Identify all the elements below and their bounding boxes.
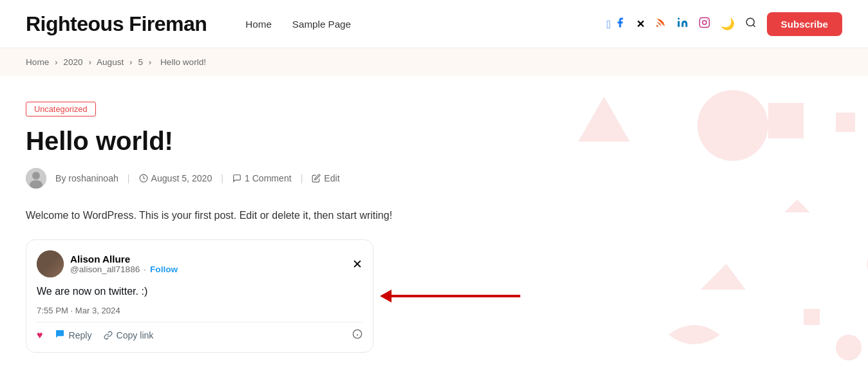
author-avatar	[26, 168, 46, 189]
heart-icon: ♥	[37, 330, 43, 341]
tweet-copy-link-button[interactable]: Copy link	[104, 330, 154, 340]
svg-point-4	[703, 21, 706, 24]
svg-point-6	[746, 18, 754, 26]
subscribe-button[interactable]: Subscribe	[767, 12, 842, 36]
breadcrumb-sep-1: ›	[55, 57, 58, 67]
main-content: Uncategorized Hello world! By roshaninoa…	[0, 76, 451, 378]
tweet-avatar	[37, 250, 64, 277]
breadcrumb-home[interactable]: Home	[26, 57, 49, 67]
breadcrumb: Home › 2020 › August › 5 › Hello world!	[0, 48, 868, 76]
tweet-reply-button[interactable]: Reply	[55, 329, 92, 342]
rss-icon[interactable]	[655, 17, 666, 32]
breadcrumb-current: Hello world!	[160, 57, 206, 67]
post-date: August 5, 2020	[139, 173, 212, 183]
nav-home[interactable]: Home	[245, 19, 272, 30]
post-body: Welcome to WordPress. This is your first…	[26, 207, 425, 224]
tweet-x-icon: ✕	[352, 257, 363, 272]
svg-point-2	[677, 17, 679, 19]
svg-point-5	[706, 19, 708, 21]
tweet-section: Alison Allure @alison_all71886 · Follow …	[26, 239, 425, 353]
svg-point-0	[656, 24, 658, 26]
reply-bubble-icon	[55, 329, 65, 342]
follow-button[interactable]: Follow	[150, 265, 178, 274]
main-nav: Home Sample Page	[245, 19, 351, 30]
header-left: Righteous Fireman Home Sample Page	[26, 12, 351, 36]
breadcrumb-month[interactable]: August	[97, 57, 124, 67]
breadcrumb-year[interactable]: 2020	[63, 57, 82, 67]
edit-link[interactable]: Edit	[312, 173, 339, 183]
post-comments[interactable]: 1 Comment	[232, 173, 292, 183]
arrow-head	[380, 290, 392, 302]
x-twitter-icon[interactable]: ✕	[636, 18, 645, 30]
meta-sep-1: |	[127, 173, 130, 183]
breadcrumb-sep-2: ›	[88, 57, 91, 67]
instagram-icon[interactable]	[699, 17, 710, 32]
search-button[interactable]	[745, 17, 757, 32]
facebook-icon[interactable]: 	[607, 17, 625, 32]
header-right:  ✕ 🌙 Subscribe	[607, 12, 842, 36]
breadcrumb-sep-3: ›	[129, 57, 133, 67]
tweet-embed: Alison Allure @alison_all71886 · Follow …	[26, 239, 373, 353]
post-title: Hello world!	[26, 125, 425, 156]
svg-line-7	[753, 24, 755, 26]
info-icon[interactable]	[352, 329, 363, 342]
svg-rect-1	[677, 21, 679, 26]
red-arrow	[380, 290, 520, 302]
tweet-time: 7:55 PM · Mar 3, 2024	[37, 306, 363, 315]
tweet-user: Alison Allure @alison_all71886 · Follow	[37, 250, 178, 277]
nav-sample-page[interactable]: Sample Page	[292, 19, 351, 30]
breadcrumb-day[interactable]: 5	[138, 57, 143, 67]
svg-point-16	[32, 172, 40, 180]
linkedin-icon[interactable]	[677, 17, 688, 32]
tweet-like-button[interactable]: ♥	[37, 330, 43, 341]
tweet-user-info: Alison Allure @alison_all71886 · Follow	[70, 254, 178, 274]
handle-dot: ·	[144, 265, 146, 274]
post-meta: By roshaninoah | August 5, 2020 | 1 Comm…	[26, 168, 425, 189]
category-tag[interactable]: Uncategorized	[26, 102, 96, 116]
tweet-body: We are now on twitter. :)	[37, 284, 363, 299]
svg-rect-3	[699, 17, 709, 27]
tweet-footer: ♥ Reply Copy link	[37, 322, 363, 342]
arrow-line	[392, 295, 520, 297]
breadcrumb-sep-4: ›	[149, 57, 152, 67]
site-title: Righteous Fireman	[26, 12, 207, 36]
tweet-handle: @alison_all71886 · Follow	[70, 265, 178, 274]
tweet-name: Alison Allure	[70, 254, 178, 265]
author-name[interactable]: By roshaninoah	[55, 173, 118, 183]
link-icon	[104, 331, 113, 340]
meta-sep-3: |	[301, 173, 303, 183]
tweet-header: Alison Allure @alison_all71886 · Follow …	[37, 250, 363, 277]
dark-mode-toggle[interactable]: 🌙	[721, 17, 735, 31]
site-header: Righteous Fireman Home Sample Page  ✕ 🌙…	[0, 0, 868, 48]
meta-sep-2: |	[221, 173, 223, 183]
